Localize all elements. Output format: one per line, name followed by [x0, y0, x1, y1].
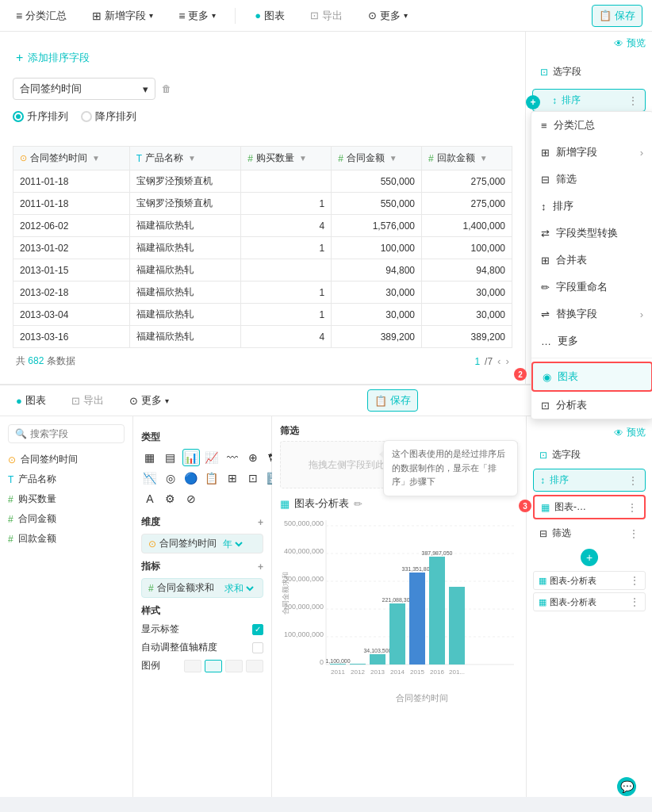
next-page-btn[interactable]: ›: [506, 355, 509, 367]
type-scatter[interactable]: ◎: [162, 469, 179, 487]
col-header-qty[interactable]: # 购买数量 ▼: [241, 147, 332, 170]
lower-export-btn[interactable]: ⊡ 导出: [65, 390, 110, 411]
add-step-btn[interactable]: +: [581, 549, 598, 566]
desc-radio[interactable]: 降序排列: [81, 109, 136, 124]
legend-opt-3[interactable]: [225, 660, 243, 672]
period-select[interactable]: 年 月 日: [220, 538, 245, 550]
prev-page-btn[interactable]: ‹: [497, 355, 501, 367]
type-other[interactable]: ⊘: [182, 490, 200, 508]
type-area[interactable]: 📉: [141, 469, 159, 487]
cell-return: 94,800: [422, 259, 512, 282]
svg-text:2012: 2012: [351, 668, 365, 676]
add-field-btn[interactable]: ⊞ 新增字段 ▾: [86, 6, 159, 26]
menu-add-field[interactable]: ⊞ 新增字段 ›: [531, 139, 652, 166]
svg-text:331,351,800: 331,351,800: [402, 566, 433, 572]
chart-menu-item-wrapper: ◉ 图表 2: [531, 362, 652, 392]
type-gauge[interactable]: ⊡: [244, 469, 262, 487]
select-field-item[interactable]: ⊡ 选字段: [534, 61, 644, 82]
type-crosstab[interactable]: ▤: [162, 449, 179, 466]
upper-main: + 添加排序字段 合同签约时间 ▾ 🗑 升序排列 降序排列: [0, 32, 525, 384]
field-item-date[interactable]: ⊙ 合同签约时间: [8, 450, 125, 469]
sub-item-2-dots[interactable]: ⋮: [629, 596, 640, 608]
legend-opt-1[interactable]: [184, 660, 201, 672]
type-pivot[interactable]: 📋: [203, 469, 221, 487]
field-item-product[interactable]: T 产品名称: [8, 469, 125, 489]
sub-item-2[interactable]: ▦ 图表-分析表 ⋮: [533, 592, 646, 611]
agg-select[interactable]: 求和 平均 计数: [221, 582, 256, 595]
type-combo[interactable]: ⊞: [224, 469, 241, 487]
menu-classify[interactable]: ≡ 分类汇总: [531, 112, 652, 139]
save-btn[interactable]: 📋 保存: [592, 5, 642, 27]
lower-right-preview-btn[interactable]: 👁 预览: [614, 426, 646, 439]
menu-chart[interactable]: ◉ 图表: [531, 362, 652, 392]
sort-field-select[interactable]: 合同签约时间 ▾: [13, 78, 155, 100]
field-item-qty[interactable]: # 购买数量: [8, 489, 125, 509]
lower-save-btn[interactable]: 📋 保存: [367, 389, 418, 412]
field-item-return[interactable]: # 回款金额: [8, 529, 125, 549]
dimension-tag[interactable]: ⊙ 合同签约时间 年 月 日: [141, 534, 263, 553]
search-input[interactable]: [30, 428, 117, 439]
chart-edit-icon[interactable]: ✏: [354, 498, 362, 510]
fab-button[interactable]: 💬: [617, 777, 636, 796]
col-header-amount[interactable]: # 合同金额 ▼: [332, 147, 422, 170]
menu-more[interactable]: … 更多: [531, 327, 652, 354]
sort-active-item[interactable]: ↕ 排序 ⋮: [532, 89, 646, 112]
lower-more-btn[interactable]: ⊙ 更多 ▾: [123, 390, 175, 411]
menu-replace[interactable]: ⇌ 替换字段 ›: [531, 301, 652, 327]
metric-add-icon[interactable]: +: [258, 561, 263, 573]
legend-opt-4[interactable]: [246, 660, 263, 672]
lower-chart-btn[interactable]: ● 图表: [10, 390, 52, 411]
metric-tag[interactable]: # 合同金额求和 求和 平均 计数: [141, 578, 263, 598]
menu-type-convert[interactable]: ⇄ 字段类型转换: [531, 220, 652, 247]
type-bubble[interactable]: 🔵: [182, 469, 200, 487]
chart-btn[interactable]: ● 图表: [248, 6, 291, 26]
cell-qty: 4: [241, 326, 332, 348]
lower-sort-dots[interactable]: ⋮: [627, 474, 639, 487]
step3-chart-item[interactable]: ▦ 图表-… ⋮: [533, 495, 646, 519]
more-btn[interactable]: ≡ 更多 ▾: [172, 6, 222, 26]
type-table[interactable]: ▦: [141, 449, 159, 466]
step3-dots[interactable]: ⋮: [627, 501, 638, 514]
add-sort-field-btn[interactable]: + 添加排序字段: [13, 51, 512, 65]
sort-menu-dots[interactable]: ⋮: [627, 94, 639, 107]
type-text-card[interactable]: A: [141, 490, 159, 508]
type-wave[interactable]: 〰: [224, 449, 241, 466]
preview-btn[interactable]: 👁 预览: [614, 36, 646, 50]
sub-item-1[interactable]: ▦ 图表-分析表 ⋮: [533, 571, 646, 590]
lower-sort-item[interactable]: ↕ 排序 ⋮: [533, 469, 646, 492]
col-header-product[interactable]: T 产品名称 ▼: [129, 147, 241, 170]
delete-icon[interactable]: 🗑: [162, 83, 171, 94]
menu-merge[interactable]: ⊞ 合并表: [531, 247, 652, 274]
more2-btn[interactable]: ⊙ 更多 ▾: [362, 6, 414, 26]
menu-rename[interactable]: ✏ 字段重命名: [531, 274, 652, 301]
pagination: 1 /7 ‹ ›: [474, 355, 509, 367]
sub-item-1-dots[interactable]: ⋮: [629, 574, 640, 587]
show-labels-checkbox[interactable]: ✓: [252, 624, 263, 635]
col-header-date[interactable]: ⊙ 合同签约时间 ▼: [13, 147, 130, 170]
field-item-amount[interactable]: # 合同金额: [8, 509, 125, 529]
type-pie[interactable]: ⊕: [244, 449, 262, 466]
auto-adjust-checkbox[interactable]: [252, 642, 263, 653]
export-btn[interactable]: ⊡ 导出: [304, 6, 349, 26]
dimension-add-icon[interactable]: +: [258, 517, 263, 528]
type-line[interactable]: 📈: [203, 449, 221, 466]
lower-filter-dots[interactable]: ⋮: [628, 527, 639, 540]
asc-radio[interactable]: 升序排列: [13, 109, 68, 124]
bar-2013: [370, 654, 385, 665]
menu-sort[interactable]: ↕ 排序: [531, 193, 652, 220]
lower-filter-item[interactable]: ⊟ 筛选 ⋮: [533, 523, 646, 544]
menu-filter[interactable]: ⊟ 筛选: [531, 166, 652, 193]
lower-select-field[interactable]: ⊡ 选字段: [533, 444, 646, 465]
legend-opt-2[interactable]: [205, 660, 222, 672]
menu-analysis[interactable]: ⊡ 分析表: [531, 392, 652, 419]
lower-right-preview: 👁 预览: [533, 423, 646, 444]
field-num-icon-qty: #: [8, 494, 13, 505]
type-custom[interactable]: ⚙: [162, 490, 179, 508]
step-plus-btn[interactable]: +: [526, 95, 540, 109]
search-field-wrapper[interactable]: 🔍: [8, 424, 125, 443]
classify-btn[interactable]: ≡ 分类汇总: [10, 6, 73, 26]
svg-text:2011: 2011: [331, 668, 345, 676]
top-toolbar: ≡ 分类汇总 ⊞ 新增字段 ▾ ≡ 更多 ▾ ● 图表 ⊡ 导出 ⊙ 更多 ▾ …: [0, 0, 652, 32]
type-bar[interactable]: 📊: [182, 449, 200, 466]
col-header-return[interactable]: # 回款金额 ▼: [422, 147, 512, 170]
